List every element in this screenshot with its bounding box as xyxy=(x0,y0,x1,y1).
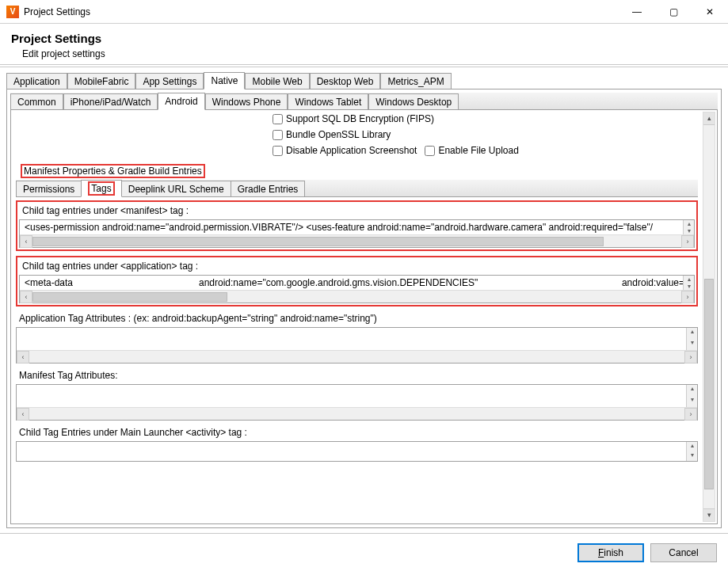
textbox-content xyxy=(17,385,697,407)
checkbox-label: Disable Application Screenshot xyxy=(286,145,417,156)
minimize-button[interactable]: — xyxy=(619,0,655,24)
maximize-button[interactable]: ▢ xyxy=(655,0,692,24)
top-tabbar: ApplicationMobileFabricApp SettingsNativ… xyxy=(6,72,722,89)
checkbox-bundle-openssl[interactable]: Bundle OpenSSL Library xyxy=(273,129,391,140)
textbox-content xyxy=(17,328,697,350)
checkbox-row-2: Bundle OpenSSL Library xyxy=(11,126,703,142)
window-title: Project Settings xyxy=(24,6,90,17)
tab-mobile-web[interactable]: Mobile Web xyxy=(245,73,309,89)
scroll-right-icon[interactable]: › xyxy=(681,291,694,303)
checkbox-label: Bundle OpenSSL Library xyxy=(286,129,391,140)
cancel-button[interactable]: Cancel xyxy=(650,543,717,562)
scroll-left-icon[interactable]: ‹ xyxy=(17,408,29,421)
tags-pane: Child tag entries under <manifest> tag :… xyxy=(16,200,698,462)
spin-buttons[interactable]: ▴▾ xyxy=(686,442,697,461)
tab-application[interactable]: Application xyxy=(6,73,67,89)
hscrollbar[interactable]: ‹ › xyxy=(20,290,694,303)
hscrollbar[interactable]: ‹ › xyxy=(20,234,694,247)
platform-tabbar: CommoniPhone/iPad/WatchAndroidWindows Ph… xyxy=(10,93,718,110)
scroll-down-icon[interactable]: ▾ xyxy=(703,508,715,521)
checkbox-sql-fips[interactable]: Support SQL DB Encryption (FIPS) xyxy=(273,113,434,124)
tab-desktop-web[interactable]: Desktop Web xyxy=(310,73,381,89)
checkbox-row-1: Support SQL DB Encryption (FIPS) xyxy=(11,110,703,126)
spin-buttons[interactable]: ▴▾ xyxy=(683,220,694,234)
spin-buttons[interactable]: ▴▾ xyxy=(686,385,697,407)
manifest-tabbar: PermissionsTagsDeeplink URL SchemeGradle… xyxy=(16,180,698,197)
scroll-right-icon[interactable]: › xyxy=(684,351,697,364)
manifest-section-title: Manifest Properties & Gradle Build Entri… xyxy=(21,164,205,178)
page-subtitle: Edit project settings xyxy=(22,48,717,59)
launcher-children-input[interactable]: ▴▾ xyxy=(16,441,698,462)
scroll-left-icon[interactable]: ‹ xyxy=(17,351,29,364)
checkbox-enable-file-upload[interactable]: Enable File Upload xyxy=(425,145,518,156)
application-children-group: Child tag entries under <application> ta… xyxy=(16,256,698,306)
scroll-up-icon[interactable]: ▴ xyxy=(703,112,715,125)
manifest-tag-attrs-label: Manifest Tag Attributes: xyxy=(16,368,698,383)
titlebar: V Project Settings — ▢ ✕ xyxy=(0,0,728,24)
page-title: Project Settings xyxy=(11,32,717,45)
checkbox-disable-screenshot[interactable]: Disable Application Screenshot xyxy=(273,145,417,156)
checkbox-label: Support SQL DB Encryption (FIPS) xyxy=(286,113,434,124)
platform-tab-windows-phone[interactable]: Windows Phone xyxy=(205,93,288,109)
body: ApplicationMobileFabricApp SettingsNativ… xyxy=(0,67,728,533)
textbox-content: <meta-data android:name="com.google.andr… xyxy=(20,276,694,290)
tab-native[interactable]: Native xyxy=(204,72,245,89)
platform-tab-windows-tablet[interactable]: Windows Tablet xyxy=(288,93,368,109)
checkbox-label: Enable File Upload xyxy=(438,145,518,156)
textbox-content: <uses-permission android:name="android.p… xyxy=(20,220,694,234)
android-pane: Support SQL DB Encryption (FIPS) Bundle … xyxy=(10,110,718,524)
manifest-tag-attrs-input[interactable]: ▴▾ ‹ › xyxy=(16,384,698,421)
platform-tab-common[interactable]: Common xyxy=(10,93,63,109)
launcher-children-group: Child Tag Entries under Main Launcher <a… xyxy=(16,425,698,462)
app-tag-attrs-group: Application Tag Attributes : (ex: androi… xyxy=(16,311,698,364)
tab-mobilefabric[interactable]: MobileFabric xyxy=(67,73,136,89)
manifest-children-group: Child tag entries under <manifest> tag :… xyxy=(16,200,698,251)
app-tag-attrs-label: Application Tag Attributes : (ex: androi… xyxy=(16,311,698,325)
launcher-children-label: Child Tag Entries under Main Launcher <a… xyxy=(16,425,698,440)
scroll-right-icon[interactable]: › xyxy=(681,235,694,248)
textbox-content xyxy=(17,442,697,456)
native-pane: CommoniPhone/iPad/WatchAndroidWindows Ph… xyxy=(6,89,722,528)
scroll-left-icon[interactable]: ‹ xyxy=(20,291,32,303)
vertical-scrollbar[interactable]: ▴ ▾ xyxy=(703,112,715,522)
app-tag-attrs-input[interactable]: ▴▾ ‹ › xyxy=(16,327,698,364)
manifest-tab-tags[interactable]: Tags xyxy=(81,180,121,197)
hscrollbar[interactable]: ‹ › xyxy=(17,407,697,420)
scroll-right-icon[interactable]: › xyxy=(684,408,697,421)
spin-buttons[interactable]: ▴▾ xyxy=(686,328,697,350)
scroll-left-icon[interactable]: ‹ xyxy=(20,235,32,248)
hscrollbar[interactable]: ‹ › xyxy=(17,350,697,363)
manifest-tab-gradle-entries[interactable]: Gradle Entries xyxy=(231,181,306,196)
manifest-tab-deeplink-url-scheme[interactable]: Deeplink URL Scheme xyxy=(121,181,231,196)
platform-tab-iphone-ipad-watch[interactable]: iPhone/iPad/Watch xyxy=(63,93,158,109)
application-children-label: Child tag entries under <application> ta… xyxy=(19,259,695,273)
app-icon: V xyxy=(6,6,19,18)
finish-button[interactable]: Finish xyxy=(577,543,644,562)
spin-buttons[interactable]: ▴▾ xyxy=(683,276,694,290)
manifest-tab-permissions[interactable]: Permissions xyxy=(16,181,82,196)
application-children-input[interactable]: <meta-data android:name="com.google.andr… xyxy=(19,275,695,303)
tab-metrics-apm[interactable]: Metrics_APM xyxy=(380,73,451,89)
platform-tab-android[interactable]: Android xyxy=(158,93,204,110)
manifest-children-label: Child tag entries under <manifest> tag : xyxy=(19,204,695,218)
checkbox-row-3: Disable Application Screenshot Enable Fi… xyxy=(11,142,703,158)
footer: Finish Cancel xyxy=(0,533,728,571)
header: Project Settings Edit project settings xyxy=(0,24,728,65)
manifest-tag-attrs-group: Manifest Tag Attributes: ▴▾ ‹ › xyxy=(16,368,698,421)
platform-tab-windows-desktop[interactable]: Windows Desktop xyxy=(368,93,459,109)
manifest-children-input[interactable]: <uses-permission android:name="android.p… xyxy=(19,219,695,248)
close-button[interactable]: ✕ xyxy=(692,0,728,24)
tab-app-settings[interactable]: App Settings xyxy=(135,73,204,89)
